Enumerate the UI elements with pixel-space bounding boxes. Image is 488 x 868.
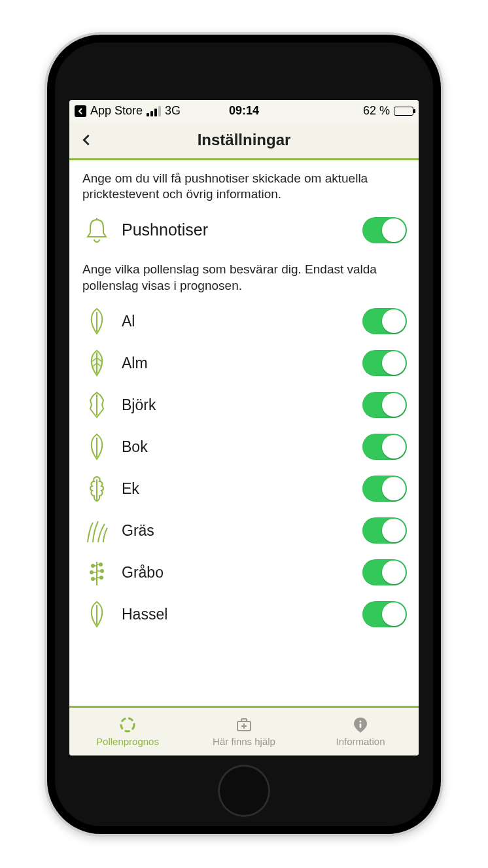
pollen-label: Hassel <box>122 606 362 623</box>
tab-label: Pollenprognos <box>96 736 159 747</box>
pollen-row-bok: Bok <box>69 426 419 468</box>
status-bar: App Store 3G 09:14 62 % <box>69 100 419 122</box>
pollen-toggle-alm[interactable] <box>362 350 407 376</box>
pollen-row-grabo: Gråbo <box>69 551 419 593</box>
pollen-toggle-bjork[interactable] <box>362 392 407 418</box>
pollen-toggle-grabo[interactable] <box>362 559 407 585</box>
pollen-list: AlAlmBjörkBokEkGräsGråboHassel <box>69 300 419 635</box>
infopin-icon <box>352 716 369 733</box>
push-notifications-row: Pushnotiser <box>69 209 419 251</box>
push-toggle[interactable] <box>362 217 407 243</box>
leaf-simple-icon <box>81 431 113 462</box>
clock: 09:14 <box>229 104 259 118</box>
tab-prognos[interactable]: Pollenprognos <box>69 708 186 755</box>
phone-frame: App Store 3G 09:14 62 % <box>44 32 444 837</box>
pollen-label: Bok <box>122 438 362 456</box>
sprig-icon <box>81 557 113 588</box>
grass-icon <box>81 515 113 546</box>
screen: App Store 3G 09:14 62 % <box>69 100 419 755</box>
push-label: Pushnotiser <box>122 220 362 239</box>
pollen-row-gras: Gräs <box>69 510 419 551</box>
pollen-toggle-bok[interactable] <box>362 434 407 460</box>
pollen-label: Björk <box>122 396 362 414</box>
medkit-icon <box>235 716 253 733</box>
back-to-app-store-label[interactable]: App Store <box>90 104 143 118</box>
pollen-toggle-ek[interactable] <box>362 476 407 502</box>
pollen-label: Alm <box>122 355 362 372</box>
push-section-description: Ange om du vill få pushnotiser skickade … <box>69 160 419 209</box>
leaf-simple-icon <box>81 599 113 630</box>
tab-info[interactable]: Information <box>302 708 419 755</box>
leaf-oak-icon <box>81 473 113 504</box>
pollen-toggle-hassel[interactable] <box>362 601 407 627</box>
battery-percent: 62 % <box>363 104 390 118</box>
pollen-row-bjork: Björk <box>69 384 419 426</box>
pollen-label: Al <box>122 313 362 330</box>
nav-header: Inställningar <box>69 122 419 160</box>
leaf-simple-icon <box>81 305 113 337</box>
cell-signal-icon <box>147 106 161 116</box>
pollen-row-alm: Alm <box>69 342 419 384</box>
network-type: 3G <box>165 104 181 118</box>
settings-content: Ange om du vill få pushnotiser skickade … <box>69 160 419 706</box>
pollen-label: Gräs <box>122 522 362 540</box>
pollen-toggle-gras[interactable] <box>362 517 407 544</box>
tab-hjalp[interactable]: Här finns hjälp <box>186 708 302 755</box>
pollen-toggle-al[interactable] <box>362 308 407 334</box>
page-title: Inställningar <box>198 131 291 149</box>
ring-icon <box>119 716 136 733</box>
pollen-section-description: Ange vilka pollenslag som besvärar dig. … <box>69 251 419 300</box>
tab-bar: PollenprognosHär finns hjälpInformation <box>69 706 419 755</box>
pollen-row-ek: Ek <box>69 468 419 510</box>
bell-icon <box>81 215 113 246</box>
pollen-label: Ek <box>122 480 362 498</box>
leaf-birch-icon <box>81 389 113 421</box>
leaf-veined-icon <box>81 347 113 379</box>
tab-label: Här finns hjälp <box>213 736 275 747</box>
chevron-left-icon <box>79 133 94 147</box>
battery-icon <box>394 107 413 116</box>
pollen-row-hassel: Hassel <box>69 593 419 635</box>
back-button[interactable] <box>76 130 97 150</box>
tab-label: Information <box>336 736 385 747</box>
back-to-app-store-icon[interactable] <box>75 105 86 117</box>
pollen-row-al: Al <box>69 300 419 342</box>
home-button[interactable] <box>218 765 270 817</box>
pollen-label: Gråbo <box>122 564 362 582</box>
